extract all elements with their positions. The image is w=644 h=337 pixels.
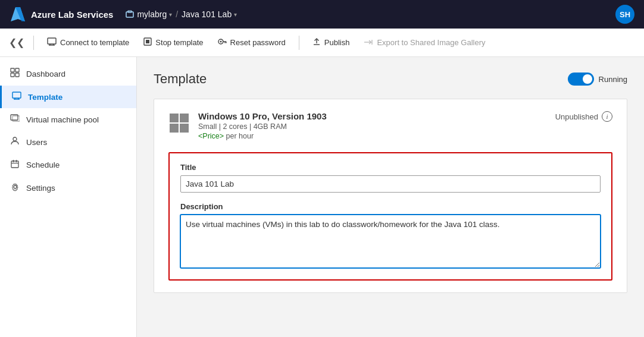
- reset-icon: [218, 37, 227, 48]
- info-icon[interactable]: i: [602, 111, 612, 122]
- toolbar-divider-2: [299, 36, 299, 50]
- svg-rect-21: [11, 73, 14, 77]
- sidebar-template-label: Template: [28, 93, 62, 102]
- export-button[interactable]: Export to Shared Image Gallery: [358, 34, 491, 51]
- grid-icon: [10, 68, 20, 77]
- arrow-right-icon: [364, 39, 373, 46]
- publish-icon: [312, 37, 321, 48]
- user-avatar[interactable]: SH: [615, 5, 634, 24]
- breadcrumb-resource[interactable]: mylabrg ▾: [125, 10, 172, 19]
- stop-template-label: Stop template: [155, 38, 203, 47]
- svg-point-29: [13, 137, 17, 141]
- publish-button[interactable]: Publish: [307, 34, 356, 51]
- page-header: Template Running: [154, 71, 627, 87]
- settings-icon: [10, 182, 20, 194]
- svg-rect-36: [180, 114, 189, 122]
- app-logo: Azure Lab Services: [10, 6, 113, 23]
- stop-square-icon: [143, 37, 152, 46]
- resource-group-icon: [125, 10, 135, 19]
- main-content: Template Running Windows 10 Pro, V: [137, 57, 644, 337]
- monitor-template-icon: [12, 92, 21, 100]
- schedule-icon: [10, 159, 20, 171]
- sidebar-item-vm-pool[interactable]: Virtual machine pool: [0, 108, 136, 131]
- svg-point-11: [220, 41, 221, 43]
- upload-icon: [312, 37, 321, 46]
- sidebar-vmpool-label: Virtual machine pool: [26, 115, 99, 124]
- vm-status-area: Unpublished i: [555, 111, 612, 122]
- sidebar-item-settings[interactable]: Settings: [0, 177, 136, 200]
- sidebar-item-template[interactable]: Template: [0, 86, 136, 108]
- export-label: Export to Shared Image Gallery: [377, 38, 485, 47]
- gear-icon: [11, 182, 20, 191]
- title-group: Title: [180, 163, 601, 193]
- description-textarea[interactable]: [180, 215, 601, 268]
- price-tag: <Price>: [198, 132, 224, 140]
- template-icon: [11, 92, 22, 102]
- stop-icon: [143, 37, 152, 48]
- template-card: Windows 10 Pro, Version 1903 Small | 2 c…: [154, 99, 627, 293]
- vm-pool-icon: [10, 114, 20, 125]
- collapse-sidebar-button[interactable]: ❮❮: [7, 33, 26, 52]
- reset-password-button[interactable]: Reset password: [212, 34, 292, 51]
- connect-template-label: Connect to template: [60, 38, 129, 47]
- sidebar-settings-label: Settings: [26, 184, 55, 193]
- description-group: Description: [180, 202, 601, 270]
- sidebar-users-label: Users: [26, 138, 47, 147]
- collapse-icon: ❮❮: [9, 37, 24, 48]
- vm-details: Windows 10 Pro, Version 1903 Small | 2 c…: [198, 111, 327, 140]
- reset-password-label: Reset password: [230, 38, 286, 47]
- vm-info-left: Windows 10 Pro, Version 1903 Small | 2 c…: [168, 111, 327, 140]
- running-label: Running: [599, 75, 627, 84]
- monitor-pool-icon: [10, 114, 20, 122]
- windows-logo-icon: [168, 112, 190, 134]
- sidebar-item-dashboard[interactable]: Dashboard: [0, 62, 136, 86]
- vm-info-row: Windows 10 Pro, Version 1903 Small | 2 c…: [168, 111, 612, 140]
- key-icon: [218, 37, 227, 46]
- sidebar-dashboard-label: Dashboard: [26, 70, 65, 78]
- app-layout: Dashboard Template Virtual machine poo: [0, 57, 644, 337]
- vm-name: Windows 10 Pro, Version 1903: [198, 111, 327, 121]
- users-icon: [10, 137, 20, 147]
- azure-logo-icon: [10, 6, 26, 23]
- toolbar-divider: [33, 36, 34, 50]
- svg-rect-30: [11, 161, 18, 168]
- sidebar-schedule-label: Schedule: [26, 160, 60, 169]
- svg-point-34: [14, 185, 17, 188]
- sidebar-item-users[interactable]: Users: [0, 131, 136, 153]
- svg-rect-9: [146, 40, 149, 43]
- description-label: Description: [180, 202, 601, 211]
- svg-rect-4: [48, 38, 56, 44]
- dashboard-icon: [10, 68, 20, 80]
- svg-rect-20: [15, 68, 19, 72]
- toolbar: ❮❮ Connect to template Stop template: [0, 29, 644, 57]
- vm-specs: Small | 2 cores | 4GB RAM: [198, 122, 327, 131]
- running-toggle[interactable]: [568, 73, 594, 86]
- vm-price: <Price> per hour: [198, 132, 327, 140]
- breadcrumb-lab[interactable]: Java 101 Lab ▾: [182, 10, 237, 19]
- running-toggle-area: Running: [568, 73, 627, 86]
- sidebar: Dashboard Template Virtual machine poo: [0, 57, 137, 337]
- app-brand: Azure Lab Services: [31, 10, 113, 20]
- title-input[interactable]: [180, 175, 601, 193]
- connect-template-button[interactable]: Connect to template: [41, 34, 135, 51]
- svg-rect-37: [170, 124, 179, 133]
- page-title: Template: [154, 71, 207, 87]
- vm-status-label: Unpublished: [555, 112, 598, 121]
- title-label: Title: [180, 163, 601, 172]
- svg-rect-22: [15, 73, 19, 77]
- connect-icon: [47, 37, 57, 48]
- calendar-icon: [11, 159, 19, 168]
- svg-rect-35: [170, 114, 179, 122]
- svg-rect-38: [180, 124, 189, 133]
- sidebar-item-schedule[interactable]: Schedule: [0, 153, 136, 177]
- form-section: Title Description: [168, 152, 612, 281]
- breadcrumb: mylabrg ▾ / Java 101 Lab ▾: [125, 10, 237, 19]
- svg-rect-19: [11, 68, 14, 72]
- publish-label: Publish: [324, 38, 350, 47]
- svg-rect-23: [12, 92, 21, 98]
- stop-template-button[interactable]: Stop template: [137, 34, 209, 51]
- breadcrumb-separator: /: [176, 10, 178, 19]
- top-nav: Azure Lab Services mylabrg ▾ / Java 101 …: [0, 0, 644, 29]
- export-icon: [364, 37, 373, 48]
- person-icon: [10, 137, 20, 145]
